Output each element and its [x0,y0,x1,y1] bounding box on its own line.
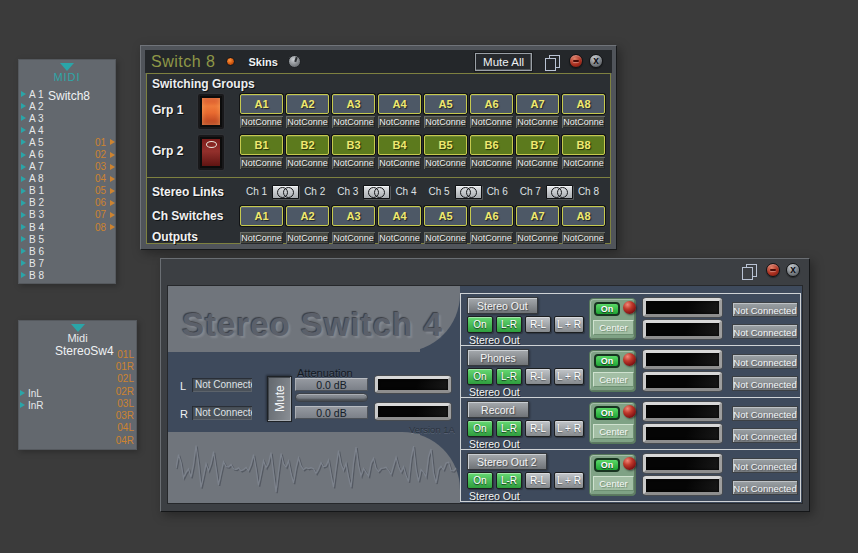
bus-lr-button[interactable]: L-R [496,316,522,333]
group2-channel-button[interactable]: B5 [424,135,467,155]
close-button[interactable] [786,263,800,277]
input-port-icon[interactable] [20,402,25,408]
input-port-icon[interactable] [21,212,26,218]
stereo-link-button[interactable] [272,185,299,199]
input-port-icon[interactable] [21,272,26,278]
output-port-icon[interactable] [110,176,115,182]
minimize-button[interactable] [569,54,583,68]
balance-knob[interactable] [623,353,636,366]
bus-lr-button[interactable]: L-R [496,420,522,437]
attenuation-right-field[interactable]: 0.0 dB [295,406,368,419]
bus-on-button[interactable]: On [467,316,493,333]
output-port-icon[interactable] [110,139,115,145]
bus-rl-button[interactable]: R-L [525,472,551,489]
bus-lr-button[interactable]: L-R [496,472,522,489]
output-port-icon[interactable] [110,152,115,158]
channel-switch-button[interactable]: A3 [332,206,375,226]
grp2-rocker-switch[interactable] [198,135,224,170]
channel-switch-button[interactable]: A8 [562,206,605,226]
center-on-button[interactable]: On [594,406,620,420]
input-port-icon[interactable] [21,236,26,242]
balance-knob[interactable] [623,457,636,470]
center-button[interactable]: Center [593,424,634,439]
input-port-icon[interactable] [21,164,26,170]
module-midi-stereosw4[interactable]: Midi StereoSw4 01L 01R 02L [18,320,137,450]
bus-lplusr-button[interactable]: L + R [554,368,584,385]
stereo-link-button[interactable] [546,185,573,199]
group1-channel-button[interactable]: A7 [516,94,559,114]
stereo-link-button[interactable] [455,185,482,199]
input-port-icon[interactable] [21,127,26,133]
channel-switch-button[interactable]: A2 [286,206,329,226]
balance-knob[interactable] [623,405,636,418]
center-on-button[interactable]: On [594,354,620,368]
group2-channel-button[interactable]: B7 [516,135,559,155]
input-port-icon[interactable] [21,115,26,121]
mute-button[interactable]: Mute [267,376,292,422]
group1-channel-button[interactable]: A4 [378,94,421,114]
input-port-icon[interactable] [21,176,26,182]
bus-name-button[interactable]: Record [467,401,529,418]
copy-pages-icon[interactable] [545,55,559,70]
center-button[interactable]: Center [593,476,634,491]
input-port-icon[interactable] [21,224,26,230]
module-midi-switch8[interactable]: MIDI Switch8 A 1 A 2 [18,59,116,284]
center-button[interactable]: Center [593,372,634,387]
attenuation-slider[interactable] [295,393,368,402]
skins-knob[interactable] [288,55,301,68]
bus-on-button[interactable]: On [467,472,493,489]
module-collapse-icon[interactable] [60,63,74,71]
balance-knob[interactable] [623,301,636,314]
group2-channel-button[interactable]: B6 [470,135,513,155]
input-port-icon[interactable] [21,152,26,158]
group2-channel-button[interactable]: B2 [286,135,329,155]
group1-channel-button[interactable]: A5 [424,94,467,114]
bus-lplusr-button[interactable]: L + R [554,316,584,333]
input-port-icon[interactable] [21,260,26,266]
switch8-titlebar[interactable]: Switch 8 Skins Mute All [145,50,612,73]
channel-switch-button[interactable]: A6 [470,206,513,226]
channel-switch-button[interactable]: A4 [378,206,421,226]
channel-switch-button[interactable]: A1 [240,206,283,226]
input-port-icon[interactable] [21,103,26,109]
stereo-switch4-titlebar[interactable] [161,259,809,285]
copy-pages-icon[interactable] [742,264,756,279]
attenuation-left-field[interactable]: 0.0 dB [295,378,368,391]
input-port-icon[interactable] [21,188,26,194]
group2-channel-button[interactable]: B8 [562,135,605,155]
group2-channel-button[interactable]: B1 [240,135,283,155]
group1-channel-button[interactable]: A3 [332,94,375,114]
module-collapse-icon[interactable] [71,324,85,332]
bus-name-button[interactable]: Stereo Out [467,297,538,314]
group2-channel-button[interactable]: B4 [378,135,421,155]
channel-switch-button[interactable]: A7 [516,206,559,226]
input-port-icon[interactable] [21,139,26,145]
center-button[interactable]: Center [593,320,634,335]
group1-channel-button[interactable]: A2 [286,94,329,114]
bus-rl-button[interactable]: R-L [525,368,551,385]
stereo-link-button[interactable] [363,185,390,199]
bus-rl-button[interactable]: R-L [525,420,551,437]
bus-lplusr-button[interactable]: L + R [554,472,584,489]
center-on-button[interactable]: On [594,458,620,472]
input-port-icon[interactable] [20,390,25,396]
output-port-icon[interactable] [110,200,115,206]
input-port-icon[interactable] [21,91,26,97]
grp1-rocker-switch[interactable] [198,94,224,129]
bus-on-button[interactable]: On [467,368,493,385]
output-port-icon[interactable] [110,164,115,170]
center-on-button[interactable]: On [594,302,620,316]
group1-channel-button[interactable]: A1 [240,94,283,114]
bus-lplusr-button[interactable]: L + R [554,420,584,437]
mute-all-button[interactable]: Mute All [475,53,532,71]
input-port-icon[interactable] [21,248,26,254]
close-button[interactable] [589,54,603,68]
input-port-icon[interactable] [21,200,26,206]
group1-channel-button[interactable]: A8 [562,94,605,114]
output-port-icon[interactable] [110,212,115,218]
bus-on-button[interactable]: On [467,420,493,437]
group2-channel-button[interactable]: B3 [332,135,375,155]
bus-rl-button[interactable]: R-L [525,316,551,333]
group1-channel-button[interactable]: A6 [470,94,513,114]
bus-name-button[interactable]: Phones [467,349,529,366]
